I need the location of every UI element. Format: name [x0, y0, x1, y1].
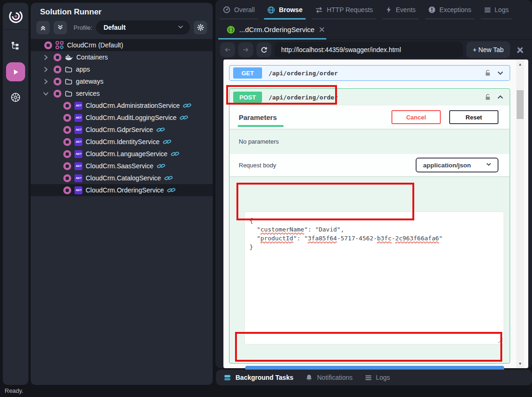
forward-button[interactable]: [238, 42, 253, 57]
exclamation-icon: [428, 6, 436, 13]
panel-title: Solution Runner: [40, 7, 101, 17]
main-tabs: OverallBrowseHTTP RequestsEventsExceptio…: [215, 0, 532, 20]
scroll-down-arrow[interactable]: ▼: [516, 360, 524, 367]
tree-item-label: CloudCrm.OrderingService: [86, 186, 164, 194]
status-donut-icon: [54, 53, 61, 61]
run-button[interactable]: [6, 62, 25, 81]
tree-item-cloudcrm-gdprservice[interactable]: .NETCloudCrm.GdprService: [31, 124, 213, 136]
profile-label: Profile:: [74, 24, 92, 31]
app-logo: [3, 3, 28, 30]
profile-value: Default: [103, 24, 125, 31]
link-icon: [164, 174, 173, 182]
tab-events[interactable]: Events: [385, 0, 416, 20]
cancel-button[interactable]: Cancel: [391, 110, 441, 124]
status-donut-icon: [63, 150, 71, 158]
tree-item-label: CloudCrm.AuditLoggingService: [86, 114, 176, 121]
browser-tab[interactable]: ...dCrm.OrderingService: [215, 20, 325, 40]
bottom-bar-item-notifications[interactable]: Notifications: [305, 374, 352, 382]
tree-item-gateways[interactable]: gateways: [31, 75, 213, 87]
status-donut-icon: [63, 126, 71, 134]
lines-icon: [484, 7, 491, 13]
tab-browse[interactable]: Browse: [267, 0, 303, 20]
refresh-icon: [260, 46, 268, 54]
tab-logs[interactable]: Logs: [484, 0, 509, 20]
chevron-right-icon[interactable]: [42, 78, 49, 85]
status-donut-icon: [54, 78, 61, 86]
tree-item-label: CloudCrm.IdentityService: [86, 138, 160, 146]
browser-tools-button[interactable]: [513, 46, 526, 54]
expand-all-button[interactable]: [54, 21, 67, 34]
bottom-bar-item-logs[interactable]: Logs: [365, 374, 390, 381]
tree-item-apps[interactable]: apps: [31, 63, 213, 75]
tree-item-label: services: [76, 90, 100, 97]
get-endpoint-block[interactable]: GET /api/ordering/order: [229, 65, 510, 81]
profile-select[interactable]: Default: [96, 20, 190, 34]
tree-view-button[interactable]: [3, 35, 28, 56]
kubernetes-button[interactable]: [3, 87, 28, 107]
solution-tree-panel: Solution Runner Profile: Default: [31, 3, 213, 385]
resize-handle[interactable]: [498, 338, 503, 343]
unlocked-padlock-icon[interactable]: [485, 93, 491, 101]
close-tab-icon[interactable]: [319, 26, 325, 33]
tab-http-requests[interactable]: HTTP Requests: [315, 0, 373, 20]
tree-item-cloudcrm-catalogservice[interactable]: .NETCloudCrm.CatalogService: [31, 172, 213, 184]
chevron-down-icon: [177, 23, 184, 32]
tree-item-cloudcrm-default-[interactable]: CloudCrm (Default): [31, 39, 213, 51]
chevron-right-icon[interactable]: [42, 66, 49, 73]
link-icon: [180, 113, 188, 122]
new-tab-button[interactable]: + New Tab: [466, 41, 510, 58]
tree-item-services[interactable]: services: [31, 87, 213, 99]
dotnet-badge-icon: .NET: [74, 174, 82, 182]
chevron-right-icon[interactable]: [42, 54, 49, 61]
tree-item-label: CloudCrm (Default): [67, 41, 123, 49]
tools-icon: [516, 46, 525, 54]
bottom-bar-item-background-tasks[interactable]: Background Tasks: [223, 374, 293, 382]
forward-arrow-icon: [242, 46, 249, 53]
tree-item-cloudcrm-identityservice[interactable]: .NETCloudCrm.IdentityService: [31, 136, 213, 148]
reset-button[interactable]: Reset: [449, 110, 498, 124]
chevron-up-icon[interactable]: [497, 93, 504, 101]
tree-item-cloudcrm-orderingservice[interactable]: .NETCloudCrm.OrderingService: [31, 184, 213, 196]
sidebar-rail: [3, 3, 28, 385]
tree-item-cloudcrm-auditloggingservice[interactable]: .NETCloudCrm.AuditLoggingService: [31, 112, 213, 124]
swagger-scrollbar[interactable]: ▲ ▼: [516, 60, 524, 368]
chevron-down-icon[interactable]: [497, 69, 504, 77]
refresh-button[interactable]: [256, 42, 271, 57]
status-donut-icon: [63, 102, 71, 110]
url-text: http://localhost:44359/swagger/index.htm…: [281, 46, 401, 53]
tab-label: HTTP Requests: [327, 6, 373, 13]
gauge-icon: [223, 6, 230, 13]
tab-exceptions[interactable]: Exceptions: [428, 0, 471, 20]
bottom-bar: Background TasksNotificationsLogs: [216, 370, 532, 385]
tree-view-icon: [11, 41, 20, 51]
tree-item-cloudcrm-administrationservice[interactable]: .NETCloudCrm.AdministrationService: [31, 99, 213, 112]
tree-item-cloudcrm-languageservice[interactable]: .NETCloudCrm.LanguageService: [31, 148, 213, 160]
dotnet-badge-icon: .NET: [74, 126, 82, 134]
tab-overall[interactable]: Overall: [223, 0, 255, 20]
link-icon: [156, 126, 165, 134]
gear-icon: [197, 24, 204, 31]
request-body-label: Request body: [239, 162, 276, 169]
unlocked-padlock-icon[interactable]: [485, 69, 491, 77]
scroll-up-arrow[interactable]: ▲: [516, 60, 524, 68]
post-endpoint-header[interactable]: POST /api/ordering/order: [229, 89, 510, 106]
settings-button[interactable]: [194, 21, 207, 34]
folder-icon: [65, 66, 73, 73]
status-donut-icon: [63, 162, 71, 170]
chevron-down-icon[interactable]: [42, 90, 49, 97]
solution-grid-icon: [55, 41, 64, 49]
collapse-all-button[interactable]: [36, 21, 50, 34]
tree-item-label: CloudCrm.SaasService: [86, 162, 154, 170]
request-body-editor[interactable]: { "customerName": "David", "productId": …: [244, 212, 504, 344]
link-icon: [157, 162, 165, 170]
content-type-select[interactable]: application/json: [416, 158, 498, 172]
tree-item-label: apps: [76, 66, 90, 73]
tree-item-label: CloudCrm.LanguageService: [86, 150, 168, 158]
tree-item-containers[interactable]: Containers: [31, 51, 213, 63]
back-button[interactable]: [220, 42, 235, 57]
folder-icon: [65, 78, 73, 86]
status-donut-icon: [44, 41, 52, 49]
tree-item-cloudcrm-saasservice[interactable]: .NETCloudCrm.SaasService: [31, 160, 213, 172]
scrollbar-thumb[interactable]: [517, 90, 524, 119]
url-bar[interactable]: http://localhost:44359/swagger/index.htm…: [275, 42, 463, 58]
